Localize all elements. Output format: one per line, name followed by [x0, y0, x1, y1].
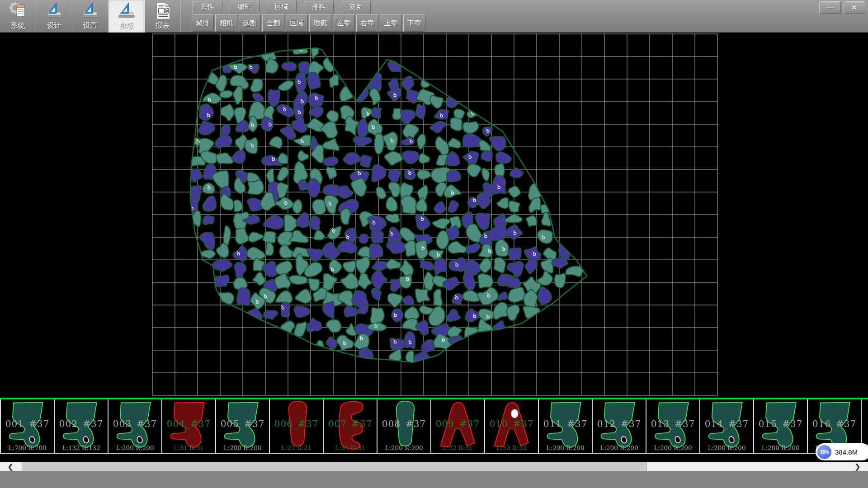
ribbon: 系统设计设置排版报表 属性编辑区域排料交互 聚排相机选割全割区域瑕疵左靠右靠上靠… [0, 0, 868, 33]
piece-thumbnail-004_#37[interactable]: 004_#37L:31 R:31 [162, 399, 216, 453]
tool-button-5[interactable]: 瑕疵 [309, 14, 331, 32]
piece-shape [599, 400, 640, 451]
minimize-icon: — [827, 4, 834, 11]
main-button-设置[interactable]: 设置 [72, 0, 108, 33]
piece-thumbnail-005_#37[interactable]: 005_#37L:200 R:200 [216, 399, 270, 453]
menu-button-4[interactable]: 交互 [341, 1, 371, 13]
horizontal-scrollbar[interactable]: ❮ ❯ [0, 462, 868, 471]
piece-shape [437, 400, 479, 451]
ruler-icon [81, 1, 100, 20]
menu-button-1[interactable]: 编辑 [230, 1, 259, 13]
nesting-drawing [0, 33, 868, 398]
piece-shape [7, 400, 48, 451]
piece-thumbnail-002_#37[interactable]: 002_#37L:132 R:132 [55, 399, 108, 453]
piece-thumbnail-008_#37[interactable]: 008_#37L:200 R:200 [377, 399, 431, 453]
piece-shape [383, 400, 425, 451]
piece-thumbnail-009_#37[interactable]: 009_#37L:32 R:31 [431, 399, 485, 453]
piece-shape [652, 400, 694, 451]
main-button-label: 排版 [119, 21, 134, 31]
piece-thumbnail-001_#37[interactable]: 001_#37L:700 R:700 [1, 399, 55, 453]
main-button-报表[interactable]: 报表 [145, 0, 181, 33]
minimize-button[interactable]: — [819, 1, 841, 14]
piece-thumbnail-012_#37[interactable]: 012_#37L:200 R:200 [593, 399, 646, 453]
main-button-label: 报表 [156, 21, 170, 31]
tool-bar: 聚排相机选割全割区域瑕疵左靠右靠上靠下靠 [192, 14, 425, 32]
tool-button-8[interactable]: 上靠 [380, 14, 402, 32]
tool-button-6[interactable]: 左靠 [333, 14, 355, 32]
piece-thumbnail-003_#37[interactable]: 003_#37L:200 R:200 [108, 399, 162, 453]
piece-shape [330, 400, 371, 451]
memory-badge: 38% 384.8M [816, 443, 868, 460]
gear-icon [9, 1, 28, 20]
piece-shape [168, 400, 210, 451]
tool-button-4[interactable]: 区域 [286, 14, 308, 32]
piece-shape [545, 400, 586, 451]
piece-shape [760, 400, 802, 451]
main-button-系统[interactable]: 系统 [0, 0, 36, 33]
window-controls: — ✕ [819, 1, 865, 14]
nesting-canvas[interactable] [0, 33, 868, 398]
tool-button-3[interactable]: 全割 [262, 14, 284, 32]
app-window: 系统设计设置排版报表 属性编辑区域排料交互 聚排相机选割全割区域瑕疵左靠右靠上靠… [0, 0, 868, 488]
tool-button-0[interactable]: 聚排 [192, 14, 214, 32]
main-button-排版[interactable]: 排版 [108, 0, 145, 33]
piece-thumbnail-013_#37[interactable]: 013_#37L:200 R:200 [646, 399, 700, 453]
main-button-label: 系统 [11, 21, 25, 31]
menu-bar: 属性编辑区域排料交互 [193, 1, 371, 13]
scrollbar-thumb[interactable] [22, 462, 647, 471]
menu-button-0[interactable]: 属性 [193, 1, 222, 13]
main-button-label: 设置 [83, 21, 98, 31]
piece-thumbnail-list: 001_#37L:700 R:700002_#37L:132 R:132003_… [0, 399, 868, 454]
status-bar [0, 471, 868, 488]
nested-pieces [188, 43, 584, 366]
close-icon: ✕ [852, 4, 858, 12]
close-button[interactable]: ✕ [844, 1, 865, 14]
ruler-icon [45, 1, 64, 20]
piece-thumbnail-006_#37[interactable]: 006_#37L:21 R:21 [270, 399, 324, 453]
tool-button-2[interactable]: 选割 [239, 14, 261, 32]
tool-button-9[interactable]: 下靠 [403, 14, 425, 32]
main-button-label: 设计 [47, 21, 61, 31]
report-icon [153, 1, 172, 20]
piece-thumbnail-015_#37[interactable]: 015_#37L:200 R:200 [754, 399, 808, 453]
menu-button-2[interactable]: 区域 [267, 1, 297, 13]
main-toolbar: 系统设计设置排版报表 [0, 0, 181, 33]
tool-button-7[interactable]: 右靠 [356, 14, 378, 32]
piece-shape [491, 400, 533, 451]
piece-shape [222, 400, 264, 451]
progress-circle: 38% [817, 445, 831, 459]
main-button-设计[interactable]: 设计 [36, 0, 72, 33]
piece-thumbnail-010_#37[interactable]: 010_#37L:33 R:33 [485, 399, 539, 453]
film-strip: 001_#37L:700 R:700002_#37L:132 R:132003_… [0, 398, 868, 462]
piece-shape [61, 400, 102, 451]
piece-thumbnail-007_#37[interactable]: 007_#37L:31 R:31 [324, 399, 377, 453]
piece-thumbnail-014_#37[interactable]: 014_#37L:200 R:200 [700, 399, 754, 453]
piece-thumbnail-011_#37[interactable]: 011_#37L:200 R:200 [539, 399, 593, 453]
progress-percent: 38% [820, 450, 829, 455]
scroll-right-button[interactable]: ❯ [847, 462, 868, 471]
scroll-left-button[interactable]: ❮ [0, 462, 21, 471]
ruler-icon [117, 1, 136, 20]
piece-shape [706, 400, 748, 451]
menu-button-3[interactable]: 排料 [304, 1, 334, 13]
memory-value: 384.8M [835, 448, 858, 456]
piece-shape [276, 400, 317, 451]
tool-button-1[interactable]: 相机 [215, 14, 237, 32]
piece-shape [114, 400, 156, 451]
